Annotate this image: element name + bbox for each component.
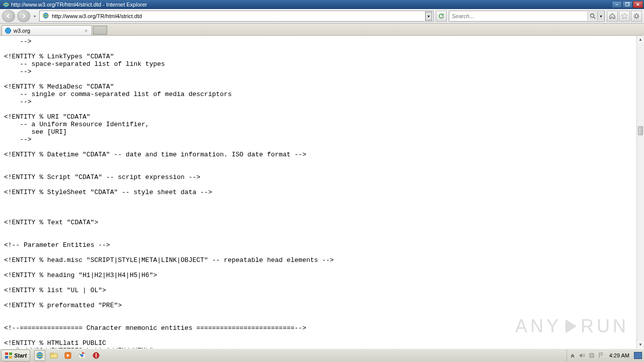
forward-button[interactable] bbox=[17, 10, 30, 22]
home-button[interactable] bbox=[607, 11, 618, 22]
start-label: Start bbox=[14, 352, 27, 358]
search-input[interactable] bbox=[449, 13, 587, 19]
maximize-button[interactable]: ❐ bbox=[622, 1, 632, 8]
tray-device-icon[interactable] bbox=[588, 352, 595, 359]
tab-close-icon[interactable]: × bbox=[83, 28, 89, 34]
address-dropdown-icon[interactable]: ▼ bbox=[425, 12, 432, 21]
task-shield-icon[interactable] bbox=[91, 350, 102, 361]
window-titlebar: http://www.w3.org/TR/html4/strict.dtd - … bbox=[0, 0, 644, 9]
vertical-scrollbar[interactable]: ▲ ▼ bbox=[636, 36, 644, 348]
scroll-up-icon[interactable]: ▲ bbox=[637, 36, 644, 43]
nav-history-dropdown[interactable]: ▼ bbox=[32, 10, 37, 22]
search-dropdown-icon[interactable]: ▼ bbox=[597, 12, 604, 21]
url-input[interactable] bbox=[52, 13, 425, 19]
close-button[interactable]: ✕ bbox=[633, 1, 643, 8]
tab-favicon bbox=[5, 27, 12, 34]
scroll-thumb[interactable] bbox=[638, 126, 643, 135]
svg-rect-16 bbox=[96, 356, 97, 357]
windows-logo-icon bbox=[5, 352, 13, 359]
tab-title: w3.org bbox=[14, 28, 83, 34]
task-media-icon[interactable] bbox=[62, 350, 73, 361]
refresh-button[interactable] bbox=[436, 11, 447, 22]
navigation-toolbar: ▼ ▼ ▼ bbox=[0, 9, 644, 24]
show-hidden-icon[interactable] bbox=[569, 352, 576, 359]
quick-launch bbox=[34, 350, 102, 361]
svg-rect-17 bbox=[590, 353, 594, 357]
svg-point-4 bbox=[590, 14, 594, 18]
svg-point-7 bbox=[37, 352, 43, 358]
address-bar: ▼ bbox=[39, 11, 434, 22]
window-title: http://www.w3.org/TR/html4/strict.dtd - … bbox=[11, 2, 612, 8]
svg-point-2 bbox=[43, 13, 49, 19]
favorites-button[interactable] bbox=[619, 11, 630, 22]
tools-button[interactable] bbox=[631, 11, 642, 22]
address-favicon bbox=[42, 12, 50, 20]
taskbar: Start 4:29 AM bbox=[0, 348, 644, 362]
volume-icon[interactable] bbox=[579, 352, 586, 359]
minimize-button[interactable]: − bbox=[612, 1, 622, 8]
svg-rect-10 bbox=[50, 353, 53, 354]
tab-w3-org[interactable]: w3.org × bbox=[2, 25, 92, 35]
scroll-down-icon[interactable]: ▼ bbox=[637, 341, 644, 348]
svg-rect-15 bbox=[96, 353, 97, 356]
toolbar-icons bbox=[607, 11, 642, 22]
svg-point-5 bbox=[635, 15, 638, 18]
svg-point-13 bbox=[80, 354, 84, 357]
svg-point-6 bbox=[6, 28, 11, 33]
flag-icon[interactable] bbox=[598, 352, 605, 359]
search-bar: ▼ bbox=[449, 11, 605, 22]
search-button[interactable] bbox=[587, 12, 597, 21]
dtd-text: --> <!ENTITY % LinkTypes "CDATA" -- spac… bbox=[4, 38, 632, 348]
back-button[interactable] bbox=[2, 10, 15, 22]
system-tray: 4:29 AM bbox=[567, 349, 644, 361]
task-ie-icon[interactable] bbox=[34, 350, 45, 361]
show-desktop-icon[interactable] bbox=[634, 352, 642, 359]
page-content: --> <!ENTITY % LinkTypes "CDATA" -- spac… bbox=[0, 36, 636, 348]
svg-point-0 bbox=[4, 2, 9, 8]
task-explorer-icon[interactable] bbox=[48, 350, 59, 361]
tab-bar: w3.org × bbox=[0, 24, 644, 36]
ie-app-icon bbox=[3, 1, 10, 8]
task-chrome-icon[interactable] bbox=[76, 350, 88, 361]
start-button[interactable]: Start bbox=[1, 349, 30, 361]
window-controls: − ❐ ✕ bbox=[612, 1, 643, 8]
new-tab-button[interactable] bbox=[93, 26, 107, 35]
clock[interactable]: 4:29 AM bbox=[607, 352, 631, 358]
